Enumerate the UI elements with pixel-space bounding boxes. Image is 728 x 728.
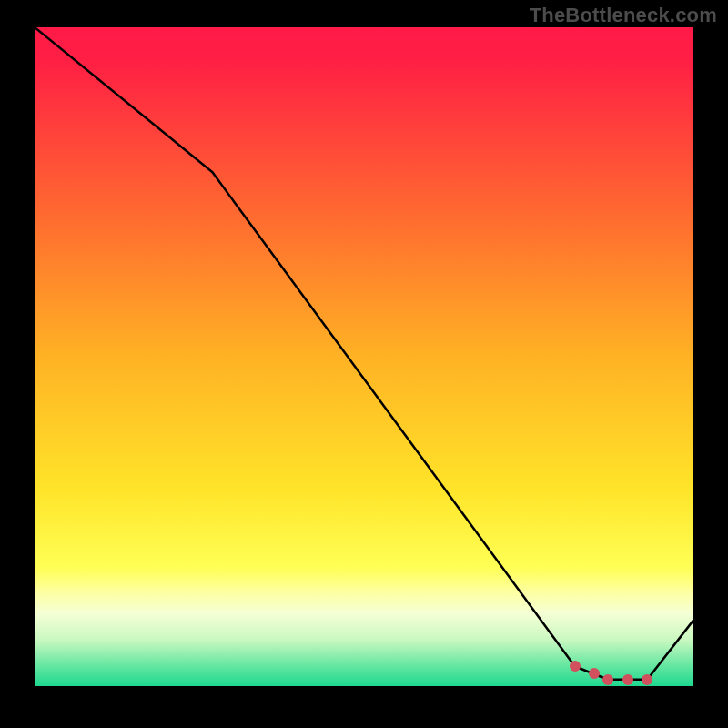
plot-area [35, 27, 693, 686]
highlight-marker [570, 661, 581, 672]
highlight-marker [622, 674, 633, 685]
highlight-marker [589, 668, 600, 679]
chart-frame: TheBottleneck.com [0, 0, 728, 728]
watermark-text: TheBottleneck.com [530, 4, 717, 27]
gradient-background [35, 27, 693, 686]
plot-svg [35, 27, 693, 686]
highlight-marker [642, 674, 652, 685]
highlight-marker [602, 674, 613, 685]
